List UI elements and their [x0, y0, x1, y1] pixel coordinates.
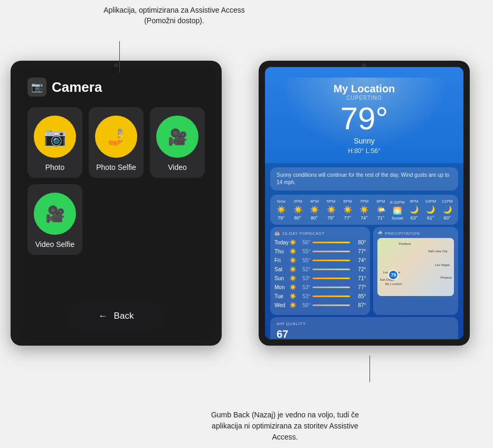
hourly-item-sunset: 8:32PM 🌅 Sunset: [390, 200, 405, 220]
forecast-row: Fri ☀️ 55° 74°: [274, 257, 366, 264]
map-background: Portland Salt Lake City Las Vegas Los An…: [377, 238, 454, 296]
video-selfie-icon: 🎥: [34, 193, 76, 235]
map-my-location-label: My Location: [385, 282, 402, 285]
back-arrow-left: ←: [99, 311, 108, 321]
forecast-row: Today ☀️ 56° 80°: [274, 239, 366, 246]
weather-condition: Sunny: [276, 137, 453, 145]
back-button-left[interactable]: ← Back: [67, 303, 166, 329]
camera-title-bar: 📷 Camera: [27, 78, 205, 97]
weather-temperature: 79°: [276, 103, 453, 135]
weather-hi-lo: H:80° L:56°: [276, 147, 453, 155]
camera-app: 📷 Camera 📷 Photo 🤳 Photo Selfie: [17, 67, 215, 339]
weather-top-section: My Location CUPERTINO 79° Sunny H:80° L:…: [265, 67, 463, 163]
forecast-row: Mon ☀️ 53° 77°: [274, 284, 366, 291]
hourly-item: Now ☀️ 79°: [273, 199, 289, 221]
hourly-item: 9PM 🌙 63°: [406, 199, 422, 221]
precipitation-panel: 🌧️ PRECIPITATION Portland Salt Lake City…: [373, 227, 458, 315]
photo-label: Photo: [45, 163, 65, 171]
forecast-row: Thu ☀️ 55° 77°: [274, 248, 366, 255]
air-quality-panel: AIR QUALITY 67 Moderate: [270, 317, 458, 339]
video-icon: 🎥: [156, 116, 198, 158]
precip-title: 🌧️ PRECIPITATION: [377, 231, 454, 236]
map-city-portland: Portland: [399, 242, 410, 245]
forecast-row: Tue ☀️ 53° 85°: [274, 293, 366, 300]
hourly-item: 3PM ☀️ 80°: [290, 199, 305, 221]
weather-sublocation: CUPERTINO: [276, 95, 453, 101]
video-selfie-label: Video Selfie: [35, 240, 74, 249]
photo-icon: 📷: [34, 116, 76, 158]
weather-app-screen: My Location CUPERTINO 79° Sunny H:80° L:…: [265, 67, 463, 339]
hourly-item: 4PM ☀️ 80°: [307, 199, 322, 221]
aq-title: AIR QUALITY: [277, 321, 452, 326]
aq-value: 67: [277, 328, 452, 339]
weather-location: My Location: [276, 83, 453, 95]
map-city-phoenix: Phoenix: [440, 276, 452, 279]
hourly-item: 8PM 🌤️ 71°: [373, 199, 388, 221]
photo-button[interactable]: 📷 Photo: [27, 107, 82, 178]
annotation-line-top: [119, 41, 120, 73]
precip-map: Portland Salt Lake City Las Vegas Los An…: [377, 238, 454, 296]
hourly-item: 10PM 🌙 61°: [423, 199, 438, 221]
video-selfie-button[interactable]: 🎥 Video Selfie: [27, 184, 82, 255]
back-label-left: Back: [114, 311, 134, 321]
annotation-top: Aplikacija, optimizirana za Assistive Ac…: [100, 5, 248, 26]
forecast-title: 📅 10-DAY FORECAST: [274, 231, 366, 236]
map-location-pin: 79: [388, 270, 399, 280]
annotation-line-bottom: [369, 356, 370, 382]
annotation-bottom: Gumb Back (Nazaj) je vedno na voljo, tud…: [201, 409, 369, 443]
hourly-row: Now ☀️ 79° 3PM ☀️ 80° 4PM ☀️ 80°: [273, 199, 455, 221]
hourly-item: 5PM ☀️ 79°: [323, 199, 338, 221]
camera-button-grid-row1: 📷 Photo 🤳 Photo Selfie 🎥 Video: [27, 107, 205, 178]
hourly-item: 7PM ☀️ 74°: [356, 199, 372, 221]
weather-two-col: 📅 10-DAY FORECAST Today ☀️ 56° 80° Thu ☀…: [270, 227, 458, 315]
weather-description: Sunny conditions will continue for the r…: [270, 167, 458, 190]
forecast-row: Wed ☀️ 56° 87°: [274, 302, 366, 309]
right-ipad: My Location CUPERTINO 79° Sunny H:80° L:…: [259, 61, 470, 346]
camera-app-title: Camera: [52, 79, 102, 96]
photo-selfie-label: Photo Selfie: [96, 163, 136, 171]
photo-selfie-button[interactable]: 🤳 Photo Selfie: [89, 107, 144, 178]
map-city-lasvegas: Las Vegas: [435, 263, 450, 266]
photo-selfie-icon: 🤳: [95, 116, 137, 158]
forecast-panel: 📅 10-DAY FORECAST Today ☀️ 56° 80° Thu ☀…: [270, 227, 370, 315]
video-label: Video: [168, 163, 187, 171]
camera-app-icon: 📷: [27, 78, 46, 97]
map-city-saltlake: Salt Lake City: [428, 250, 448, 253]
weather-app: My Location CUPERTINO 79° Sunny H:80° L:…: [265, 67, 463, 339]
video-button[interactable]: 🎥 Video: [150, 107, 205, 178]
hourly-item: 6PM ☀️ 77°: [340, 199, 355, 221]
hourly-forecast: Now ☀️ 79° 3PM ☀️ 80° 4PM ☀️ 80°: [270, 195, 458, 225]
back-btn-container-left: ← Back: [27, 295, 205, 329]
hourly-item: 11PM 🌙 60°: [440, 199, 455, 221]
left-ipad: 📷 Camera 📷 Photo 🤳 Photo Selfie: [11, 61, 222, 346]
forecast-row: Sat ☀️ 52° 72°: [274, 266, 366, 273]
forecast-row: Sun ☀️ 53° 71°: [274, 275, 366, 282]
camera-app-screen: 📷 Camera 📷 Photo 🤳 Photo Selfie: [17, 67, 215, 339]
camera-button-grid-row2: 🎥 Video Selfie: [27, 184, 205, 255]
